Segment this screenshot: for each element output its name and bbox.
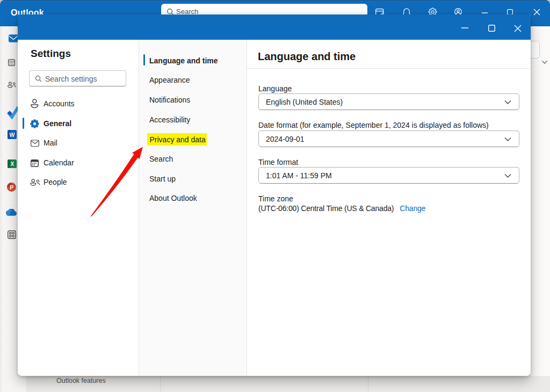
svg-text:W: W (10, 132, 15, 138)
svg-text:X: X (10, 161, 14, 167)
svg-text:P: P (10, 184, 13, 191)
